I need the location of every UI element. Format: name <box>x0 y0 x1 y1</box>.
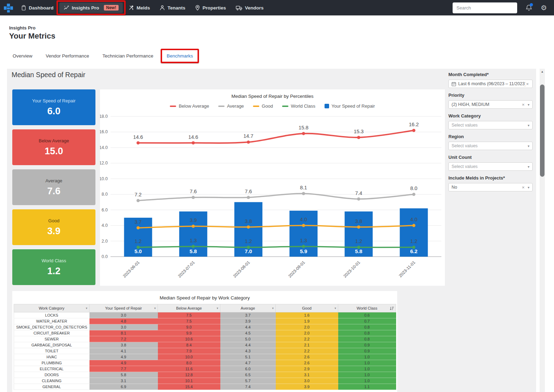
clear-filter-icon[interactable]: × <box>525 82 529 86</box>
svg-text:6.2: 6.2 <box>410 248 418 254</box>
kpi-card-label: Average <box>12 178 95 183</box>
column-header-good[interactable]: Good▾ <box>276 304 338 312</box>
value-cell: 0.9 <box>338 348 396 354</box>
svg-text:12.0: 12.0 <box>100 161 108 165</box>
column-menu-icon[interactable]: ▾ <box>272 306 274 310</box>
value-cell: 2.0 <box>276 324 338 330</box>
value-cell: 0.8 <box>338 336 396 342</box>
percentiles-chart: 0.02.04.06.08.010.012.014.016.018.014.61… <box>100 89 445 286</box>
value-cell: 3.8 <box>89 342 158 348</box>
filter-select-unit-count[interactable]: Select values▾ <box>448 162 533 171</box>
page-header: Insights Pro Your Metrics <box>9 25 55 41</box>
table-row: LOCKS3.07.53.71.60.6 <box>14 312 396 318</box>
filter-select-priority[interactable]: (2) HIGH, MEDIUM×▾ <box>448 100 533 109</box>
value-cell: 1.1 <box>338 384 396 390</box>
column-header-your-speed-of-repair[interactable]: Your Speed of Repair▾ <box>89 304 158 312</box>
work-category-cell: GARBAGE_DISPOSAL <box>14 342 89 348</box>
table-row: CLEANING3.110.15.73.01.0 <box>14 378 396 384</box>
column-menu-icon[interactable]: ▾ <box>154 306 156 310</box>
chevron-down-icon[interactable]: ▾ <box>528 165 529 169</box>
top-nav: DashboardInsights ProNew!MeldsTenantsPro… <box>0 0 554 15</box>
nav-item-dashboard[interactable]: Dashboard <box>17 2 58 13</box>
settings-gear-icon[interactable]: ⚙ <box>541 4 547 11</box>
column-menu-icon[interactable]: ▾ <box>86 306 87 310</box>
line-average <box>138 194 414 201</box>
section-title: Median Speed of Repair <box>12 71 85 79</box>
filter-select-work-category[interactable]: Select values▾ <box>448 121 533 129</box>
clear-filter-icon[interactable]: × <box>521 102 525 107</box>
kpi-card-label: World Class <box>12 258 95 263</box>
value-cell: 8.0 <box>158 360 220 366</box>
svg-text:3.8: 3.8 <box>245 218 252 224</box>
scrollbar-up-arrow[interactable]: ▲ <box>540 69 545 75</box>
tab-vendor-performance[interactable]: Vendor Performance <box>46 53 89 59</box>
tab-benchmarks[interactable]: Benchmarks <box>167 53 193 59</box>
value-cell: 10.6 <box>158 336 220 342</box>
benchmark-table: Work Category▾Your Speed of Repair▾Below… <box>14 304 396 390</box>
kpi-card-label: Below Average <box>12 138 95 143</box>
svg-text:6.0: 6.0 <box>102 208 108 212</box>
calendar-icon <box>452 82 456 86</box>
filter-select-region[interactable]: Select values▾ <box>448 142 533 150</box>
value-cell: 3.7 <box>220 312 276 318</box>
value-cell: 1.0 <box>338 372 396 378</box>
page-title: Your Metrics <box>9 32 55 41</box>
nav-item-insights-pro[interactable]: Insights ProNew! <box>59 2 123 13</box>
value-cell: 1.0 <box>338 354 396 360</box>
vertical-scrollbar[interactable]: ▲ <box>540 69 545 392</box>
value-cell: 4.7 <box>220 360 276 366</box>
kpi-card-value: 7.6 <box>12 186 95 197</box>
nav-item-vendors[interactable]: Vendors <box>232 3 268 13</box>
app-logo[interactable] <box>0 3 17 13</box>
map-pin-icon <box>195 5 200 11</box>
kpi-card-value: 15.0 <box>12 146 95 157</box>
search-input[interactable] <box>453 2 517 13</box>
tab-overview[interactable]: Overview <box>13 53 32 59</box>
column-menu-icon[interactable]: ▾ <box>216 306 218 310</box>
value-cell: 0.9 <box>338 342 396 348</box>
nav-item-label: Vendors <box>245 5 263 11</box>
value-cell: 5.7 <box>220 378 276 384</box>
column-header-below-average[interactable]: Below Average▾ <box>158 304 220 312</box>
chevron-down-icon[interactable]: ▾ <box>528 123 529 127</box>
value-cell: 4.1 <box>89 348 158 354</box>
filter-group-work-category: Work CategorySelect values▾ <box>448 113 533 129</box>
nav-item-melds[interactable]: Melds <box>124 2 154 13</box>
sort-icon[interactable] <box>390 306 394 311</box>
nav-item-label: Properties <box>202 5 226 11</box>
tab-bar: OverviewVendor PerformanceTechnician Per… <box>13 53 193 59</box>
filter-group-priority: Priority(2) HIGH, MEDIUM×▾ <box>448 93 533 109</box>
table-row: GARBAGE_DISPOSAL3.88.44.42.10.9 <box>14 342 396 348</box>
svg-text:4.0: 4.0 <box>102 223 108 228</box>
brand-logo-icon <box>4 3 13 13</box>
value-cell: 0.8 <box>338 324 396 330</box>
clear-filter-icon[interactable]: × <box>521 185 525 190</box>
svg-text:16.2: 16.2 <box>409 122 419 127</box>
nav-item-properties[interactable]: Properties <box>191 2 230 13</box>
tab-technician-performance[interactable]: Technician Performance <box>102 53 153 59</box>
work-category-cell: SEWER <box>14 336 89 342</box>
chevron-down-icon[interactable]: ▾ <box>528 103 529 107</box>
table-header-row: Work Category▾Your Speed of Repair▾Below… <box>14 304 396 312</box>
filter-select-include-melds-in-projects[interactable]: No×▾ <box>448 183 533 191</box>
chevron-down-icon[interactable]: ▾ <box>528 185 529 189</box>
value-cell: 4.9 <box>89 360 158 366</box>
notifications-bell-icon[interactable] <box>526 4 532 11</box>
value-cell: 3.0 <box>276 378 338 384</box>
chevron-down-icon[interactable]: ▾ <box>528 144 529 148</box>
table-row: HVAC4.910.05.12.61.0 <box>14 354 396 360</box>
value-cell: 7.9 <box>158 348 220 354</box>
table-row: TOILET4.17.94.32.20.9 <box>14 348 396 354</box>
nav-item-tenants[interactable]: Tenants <box>155 2 189 13</box>
column-header-average[interactable]: Average▾ <box>220 304 276 312</box>
value-cell: 2.2 <box>276 348 338 354</box>
table-title: Median Speed of Repair by Work Category <box>12 291 397 304</box>
scrollbar-thumb[interactable] <box>540 85 545 177</box>
filter-group-include-melds-in-projects: Include Melds in Projects*No×▾ <box>448 175 533 191</box>
filter-select-month-completed[interactable]: Last 6 months (06/2023 – 11/2023)× <box>448 80 533 88</box>
x-axis-label: 2023-11-01 <box>398 260 416 278</box>
column-header-world-class[interactable]: World Class <box>338 304 396 312</box>
svg-text:1.2: 1.2 <box>134 238 141 244</box>
column-header-work-category[interactable]: Work Category▾ <box>14 304 89 312</box>
column-menu-icon[interactable]: ▾ <box>334 306 336 310</box>
